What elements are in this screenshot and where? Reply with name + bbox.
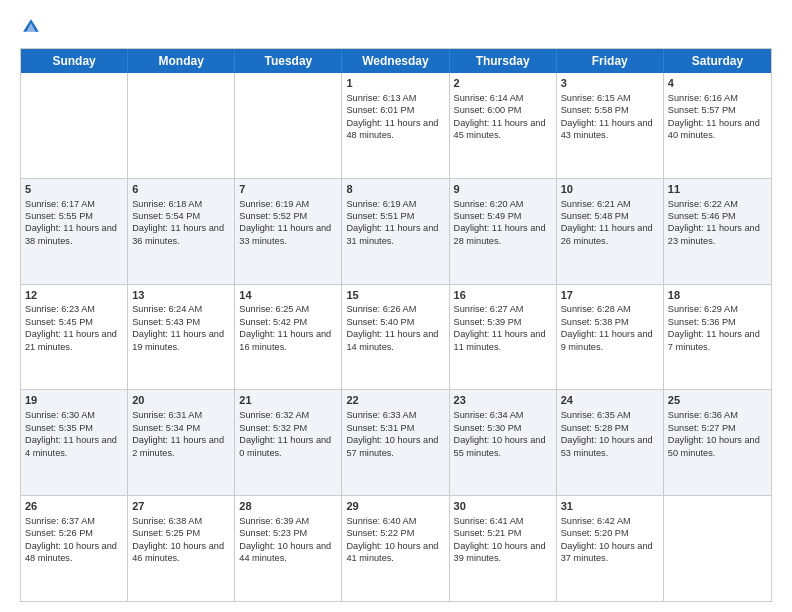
day-info: Daylight: 10 hours and 57 minutes. [346,434,444,459]
day-number: 6 [132,182,230,197]
day-info: Sunset: 5:28 PM [561,422,659,434]
day-info: Sunset: 5:34 PM [132,422,230,434]
day-info: Daylight: 10 hours and 50 minutes. [668,434,767,459]
day-info: Daylight: 11 hours and 31 minutes. [346,222,444,247]
day-info: Sunset: 5:23 PM [239,527,337,539]
calendar-row-4: 26Sunrise: 6:37 AMSunset: 5:26 PMDayligh… [21,495,771,601]
day-cell-8: 8Sunrise: 6:19 AMSunset: 5:51 PMDaylight… [342,179,449,284]
day-info: Sunset: 5:27 PM [668,422,767,434]
day-info: Sunset: 6:00 PM [454,104,552,116]
header-cell-tuesday: Tuesday [235,49,342,73]
day-number: 27 [132,499,230,514]
day-number: 14 [239,288,337,303]
day-info: Daylight: 11 hours and 43 minutes. [561,117,659,142]
day-info: Sunset: 5:42 PM [239,316,337,328]
day-info: Daylight: 11 hours and 48 minutes. [346,117,444,142]
day-info: Sunrise: 6:39 AM [239,515,337,527]
day-info: Daylight: 11 hours and 19 minutes. [132,328,230,353]
day-cell-26: 26Sunrise: 6:37 AMSunset: 5:26 PMDayligh… [21,496,128,601]
day-info: Daylight: 10 hours and 53 minutes. [561,434,659,459]
day-number: 10 [561,182,659,197]
day-number: 28 [239,499,337,514]
day-cell-20: 20Sunrise: 6:31 AMSunset: 5:34 PMDayligh… [128,390,235,495]
day-cell-13: 13Sunrise: 6:24 AMSunset: 5:43 PMDayligh… [128,285,235,390]
day-info: Sunrise: 6:32 AM [239,409,337,421]
day-info: Daylight: 11 hours and 11 minutes. [454,328,552,353]
day-info: Sunset: 5:43 PM [132,316,230,328]
day-cell-19: 19Sunrise: 6:30 AMSunset: 5:35 PMDayligh… [21,390,128,495]
day-number: 24 [561,393,659,408]
day-number: 31 [561,499,659,514]
day-info: Sunrise: 6:35 AM [561,409,659,421]
day-info: Sunrise: 6:26 AM [346,303,444,315]
day-info: Daylight: 10 hours and 48 minutes. [25,540,123,565]
day-info: Sunset: 5:35 PM [25,422,123,434]
day-number: 9 [454,182,552,197]
day-info: Daylight: 11 hours and 38 minutes. [25,222,123,247]
day-number: 5 [25,182,123,197]
day-number: 22 [346,393,444,408]
day-cell-3: 3Sunrise: 6:15 AMSunset: 5:58 PMDaylight… [557,73,664,178]
header-cell-monday: Monday [128,49,235,73]
day-info: Sunset: 5:26 PM [25,527,123,539]
day-info: Daylight: 10 hours and 39 minutes. [454,540,552,565]
day-info: Daylight: 10 hours and 46 minutes. [132,540,230,565]
day-info: Sunrise: 6:27 AM [454,303,552,315]
day-cell-7: 7Sunrise: 6:19 AMSunset: 5:52 PMDaylight… [235,179,342,284]
day-info: Daylight: 10 hours and 55 minutes. [454,434,552,459]
day-info: Sunrise: 6:13 AM [346,92,444,104]
day-info: Sunset: 5:49 PM [454,210,552,222]
day-info: Daylight: 11 hours and 45 minutes. [454,117,552,142]
day-cell-27: 27Sunrise: 6:38 AMSunset: 5:25 PMDayligh… [128,496,235,601]
day-cell-9: 9Sunrise: 6:20 AMSunset: 5:49 PMDaylight… [450,179,557,284]
day-number: 3 [561,76,659,91]
day-info: Sunset: 5:45 PM [25,316,123,328]
day-info: Sunrise: 6:19 AM [346,198,444,210]
day-info: Sunrise: 6:24 AM [132,303,230,315]
empty-cell-4-6 [664,496,771,601]
day-info: Sunset: 5:51 PM [346,210,444,222]
empty-cell-0-0 [21,73,128,178]
day-info: Daylight: 11 hours and 33 minutes. [239,222,337,247]
header [20,16,772,38]
day-info: Sunrise: 6:20 AM [454,198,552,210]
logo-icon [20,16,42,38]
day-info: Sunset: 5:39 PM [454,316,552,328]
day-info: Sunset: 5:54 PM [132,210,230,222]
day-info: Sunrise: 6:19 AM [239,198,337,210]
day-cell-10: 10Sunrise: 6:21 AMSunset: 5:48 PMDayligh… [557,179,664,284]
day-cell-15: 15Sunrise: 6:26 AMSunset: 5:40 PMDayligh… [342,285,449,390]
day-cell-16: 16Sunrise: 6:27 AMSunset: 5:39 PMDayligh… [450,285,557,390]
day-info: Sunrise: 6:16 AM [668,92,767,104]
day-number: 11 [668,182,767,197]
day-info: Sunrise: 6:28 AM [561,303,659,315]
day-info: Daylight: 11 hours and 4 minutes. [25,434,123,459]
day-info: Sunrise: 6:18 AM [132,198,230,210]
day-info: Daylight: 11 hours and 26 minutes. [561,222,659,247]
day-info: Sunrise: 6:40 AM [346,515,444,527]
day-number: 4 [668,76,767,91]
day-info: Sunset: 5:58 PM [561,104,659,116]
calendar-row-3: 19Sunrise: 6:30 AMSunset: 5:35 PMDayligh… [21,389,771,495]
day-number: 1 [346,76,444,91]
day-info: Daylight: 11 hours and 40 minutes. [668,117,767,142]
day-info: Sunset: 5:57 PM [668,104,767,116]
day-cell-23: 23Sunrise: 6:34 AMSunset: 5:30 PMDayligh… [450,390,557,495]
day-info: Sunset: 5:30 PM [454,422,552,434]
calendar-row-0: 1Sunrise: 6:13 AMSunset: 6:01 PMDaylight… [21,73,771,178]
day-number: 17 [561,288,659,303]
day-info: Daylight: 10 hours and 44 minutes. [239,540,337,565]
day-info: Daylight: 11 hours and 9 minutes. [561,328,659,353]
day-number: 21 [239,393,337,408]
day-number: 19 [25,393,123,408]
day-info: Sunrise: 6:42 AM [561,515,659,527]
day-info: Sunset: 5:55 PM [25,210,123,222]
calendar-body: 1Sunrise: 6:13 AMSunset: 6:01 PMDaylight… [21,73,771,601]
logo [20,16,46,38]
day-info: Sunrise: 6:38 AM [132,515,230,527]
day-info: Sunrise: 6:21 AM [561,198,659,210]
day-info: Sunset: 5:20 PM [561,527,659,539]
day-cell-2: 2Sunrise: 6:14 AMSunset: 6:00 PMDaylight… [450,73,557,178]
day-cell-22: 22Sunrise: 6:33 AMSunset: 5:31 PMDayligh… [342,390,449,495]
calendar-header: SundayMondayTuesdayWednesdayThursdayFrid… [21,49,771,73]
